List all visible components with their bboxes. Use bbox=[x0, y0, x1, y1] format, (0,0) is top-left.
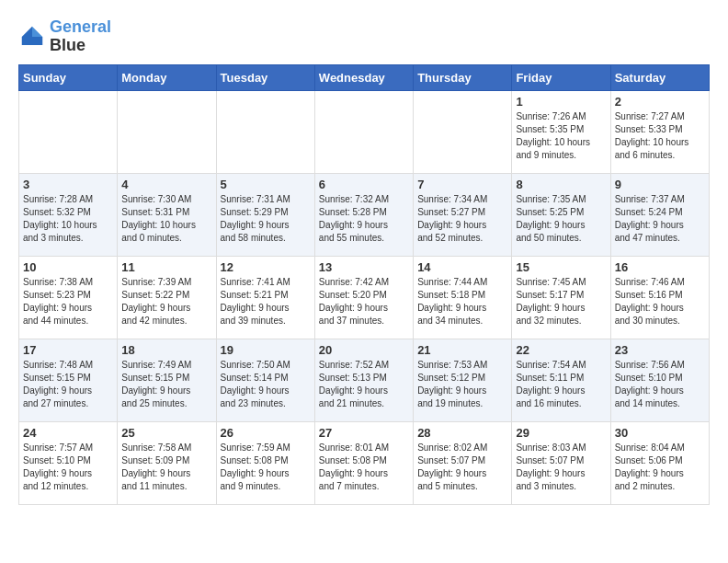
calendar-cell: 20Sunrise: 7:52 AM Sunset: 5:13 PM Dayli… bbox=[314, 339, 413, 421]
calendar-cell: 23Sunrise: 7:56 AM Sunset: 5:10 PM Dayli… bbox=[610, 339, 709, 421]
day-number: 24 bbox=[23, 426, 113, 440]
day-info: Sunrise: 7:41 AM Sunset: 5:21 PM Dayligh… bbox=[221, 276, 311, 327]
calendar-cell bbox=[216, 90, 314, 173]
day-info: Sunrise: 7:37 AM Sunset: 5:24 PM Dayligh… bbox=[615, 193, 705, 245]
day-info: Sunrise: 7:56 AM Sunset: 5:10 PM Dayligh… bbox=[615, 359, 705, 410]
day-info: Sunrise: 7:42 AM Sunset: 5:20 PM Dayligh… bbox=[319, 276, 409, 327]
calendar-cell bbox=[118, 90, 216, 173]
day-number: 16 bbox=[615, 260, 705, 274]
calendar-cell bbox=[414, 90, 512, 173]
calendar-cell: 24Sunrise: 7:57 AM Sunset: 5:10 PM Dayli… bbox=[19, 421, 118, 504]
svg-marker-0 bbox=[32, 27, 42, 37]
calendar-cell: 8Sunrise: 7:35 AM Sunset: 5:25 PM Daylig… bbox=[512, 173, 610, 256]
day-info: Sunrise: 7:49 AM Sunset: 5:15 PM Dayligh… bbox=[121, 359, 211, 410]
calendar-cell: 5Sunrise: 7:31 AM Sunset: 5:29 PM Daylig… bbox=[216, 173, 314, 256]
day-number: 29 bbox=[516, 426, 606, 440]
day-number: 17 bbox=[23, 343, 113, 357]
day-number: 15 bbox=[516, 260, 606, 274]
day-info: Sunrise: 7:53 AM Sunset: 5:12 PM Dayligh… bbox=[417, 359, 507, 410]
day-number: 1 bbox=[516, 95, 606, 109]
day-info: Sunrise: 7:50 AM Sunset: 5:14 PM Dayligh… bbox=[221, 359, 311, 410]
weekday-header-friday: Friday bbox=[512, 64, 610, 90]
calendar-cell: 9Sunrise: 7:37 AM Sunset: 5:24 PM Daylig… bbox=[610, 173, 709, 256]
calendar-cell: 14Sunrise: 7:44 AM Sunset: 5:18 PM Dayli… bbox=[414, 256, 512, 339]
day-number: 7 bbox=[417, 178, 507, 191]
day-info: Sunrise: 7:34 AM Sunset: 5:27 PM Dayligh… bbox=[417, 193, 507, 245]
calendar-cell: 26Sunrise: 7:59 AM Sunset: 5:08 PM Dayli… bbox=[216, 421, 314, 504]
calendar-cell: 22Sunrise: 7:54 AM Sunset: 5:11 PM Dayli… bbox=[512, 339, 610, 421]
day-info: Sunrise: 7:46 AM Sunset: 5:16 PM Dayligh… bbox=[615, 276, 705, 327]
weekday-header-saturday: Saturday bbox=[610, 64, 709, 90]
day-number: 10 bbox=[23, 260, 113, 274]
calendar-cell: 12Sunrise: 7:41 AM Sunset: 5:21 PM Dayli… bbox=[216, 256, 314, 339]
day-number: 8 bbox=[516, 178, 606, 191]
calendar-week-2: 3Sunrise: 7:28 AM Sunset: 5:32 PM Daylig… bbox=[19, 173, 710, 256]
calendar-week-3: 10Sunrise: 7:38 AM Sunset: 5:23 PM Dayli… bbox=[19, 256, 710, 339]
day-info: Sunrise: 7:28 AM Sunset: 5:32 PM Dayligh… bbox=[23, 193, 113, 245]
day-number: 19 bbox=[221, 343, 311, 357]
calendar-cell: 30Sunrise: 8:04 AM Sunset: 5:06 PM Dayli… bbox=[610, 421, 709, 504]
day-info: Sunrise: 7:54 AM Sunset: 5:11 PM Dayligh… bbox=[516, 359, 606, 410]
calendar-cell: 25Sunrise: 7:58 AM Sunset: 5:09 PM Dayli… bbox=[118, 421, 216, 504]
day-info: Sunrise: 7:32 AM Sunset: 5:28 PM Dayligh… bbox=[319, 193, 409, 245]
calendar-cell: 28Sunrise: 8:02 AM Sunset: 5:07 PM Dayli… bbox=[414, 421, 512, 504]
day-info: Sunrise: 7:48 AM Sunset: 5:15 PM Dayligh… bbox=[23, 359, 113, 410]
weekday-header-sunday: Sunday bbox=[19, 64, 118, 90]
day-number: 25 bbox=[121, 426, 211, 440]
calendar-cell: 29Sunrise: 8:03 AM Sunset: 5:07 PM Dayli… bbox=[512, 421, 610, 504]
calendar-cell: 16Sunrise: 7:46 AM Sunset: 5:16 PM Dayli… bbox=[610, 256, 709, 339]
day-info: Sunrise: 7:59 AM Sunset: 5:08 PM Dayligh… bbox=[221, 442, 311, 493]
day-number: 23 bbox=[615, 343, 705, 357]
day-number: 5 bbox=[221, 178, 311, 191]
calendar-cell: 27Sunrise: 8:01 AM Sunset: 5:08 PM Dayli… bbox=[314, 421, 413, 504]
day-number: 21 bbox=[417, 343, 507, 357]
calendar-cell: 1Sunrise: 7:26 AM Sunset: 5:35 PM Daylig… bbox=[512, 90, 610, 173]
weekday-header-row: SundayMondayTuesdayWednesdayThursdayFrid… bbox=[19, 64, 710, 90]
logo-text: General Blue bbox=[50, 18, 111, 55]
calendar-cell: 21Sunrise: 7:53 AM Sunset: 5:12 PM Dayli… bbox=[414, 339, 512, 421]
day-number: 6 bbox=[319, 178, 409, 191]
weekday-header-tuesday: Tuesday bbox=[216, 64, 314, 90]
calendar-cell: 11Sunrise: 7:39 AM Sunset: 5:22 PM Dayli… bbox=[118, 256, 216, 339]
day-number: 20 bbox=[319, 343, 409, 357]
day-number: 26 bbox=[221, 426, 311, 440]
calendar-week-5: 24Sunrise: 7:57 AM Sunset: 5:10 PM Dayli… bbox=[19, 421, 710, 504]
calendar-cell: 10Sunrise: 7:38 AM Sunset: 5:23 PM Dayli… bbox=[19, 256, 118, 339]
day-number: 14 bbox=[417, 260, 507, 274]
day-info: Sunrise: 8:04 AM Sunset: 5:06 PM Dayligh… bbox=[615, 442, 705, 493]
day-number: 2 bbox=[615, 95, 705, 109]
day-info: Sunrise: 8:01 AM Sunset: 5:08 PM Dayligh… bbox=[319, 442, 409, 493]
day-info: Sunrise: 7:52 AM Sunset: 5:13 PM Dayligh… bbox=[319, 359, 409, 410]
day-number: 22 bbox=[516, 343, 606, 357]
day-number: 30 bbox=[615, 426, 705, 440]
day-number: 4 bbox=[121, 178, 211, 191]
weekday-header-thursday: Thursday bbox=[414, 64, 512, 90]
calendar-cell bbox=[314, 90, 413, 173]
day-number: 28 bbox=[417, 426, 507, 440]
day-info: Sunrise: 7:38 AM Sunset: 5:23 PM Dayligh… bbox=[23, 276, 113, 327]
calendar-cell: 2Sunrise: 7:27 AM Sunset: 5:33 PM Daylig… bbox=[610, 90, 709, 173]
calendar-cell: 7Sunrise: 7:34 AM Sunset: 5:27 PM Daylig… bbox=[414, 173, 512, 256]
calendar-cell: 3Sunrise: 7:28 AM Sunset: 5:32 PM Daylig… bbox=[19, 173, 118, 256]
calendar-cell: 15Sunrise: 7:45 AM Sunset: 5:17 PM Dayli… bbox=[512, 256, 610, 339]
page-header: General Blue bbox=[18, 18, 710, 55]
calendar-table: SundayMondayTuesdayWednesdayThursdayFrid… bbox=[18, 64, 710, 505]
calendar-cell bbox=[19, 90, 118, 173]
day-info: Sunrise: 7:57 AM Sunset: 5:10 PM Dayligh… bbox=[23, 442, 113, 493]
day-number: 27 bbox=[319, 426, 409, 440]
calendar-cell: 13Sunrise: 7:42 AM Sunset: 5:20 PM Dayli… bbox=[314, 256, 413, 339]
logo-icon bbox=[18, 23, 46, 51]
calendar-cell: 6Sunrise: 7:32 AM Sunset: 5:28 PM Daylig… bbox=[314, 173, 413, 256]
weekday-header-monday: Monday bbox=[118, 64, 216, 90]
calendar-week-1: 1Sunrise: 7:26 AM Sunset: 5:35 PM Daylig… bbox=[19, 90, 710, 173]
weekday-header-wednesday: Wednesday bbox=[314, 64, 413, 90]
day-number: 13 bbox=[319, 260, 409, 274]
calendar-week-4: 17Sunrise: 7:48 AM Sunset: 5:15 PM Dayli… bbox=[19, 339, 710, 421]
day-info: Sunrise: 7:39 AM Sunset: 5:22 PM Dayligh… bbox=[121, 276, 211, 327]
day-info: Sunrise: 7:58 AM Sunset: 5:09 PM Dayligh… bbox=[121, 442, 211, 493]
day-info: Sunrise: 7:30 AM Sunset: 5:31 PM Dayligh… bbox=[121, 193, 211, 245]
day-number: 12 bbox=[221, 260, 311, 274]
day-info: Sunrise: 7:27 AM Sunset: 5:33 PM Dayligh… bbox=[615, 110, 705, 162]
day-info: Sunrise: 7:31 AM Sunset: 5:29 PM Dayligh… bbox=[221, 193, 311, 245]
day-number: 11 bbox=[121, 260, 211, 274]
